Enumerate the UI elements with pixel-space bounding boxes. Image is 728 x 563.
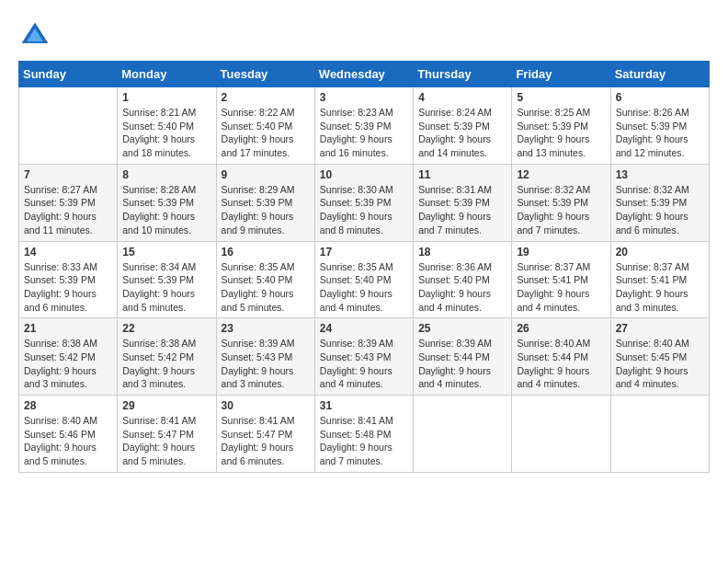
day-number: 16 <box>222 246 310 259</box>
day-info: Sunrise: 8:37 AMSunset: 5:41 PMDaylight:… <box>616 260 704 315</box>
calendar-cell: 5Sunrise: 8:25 AMSunset: 5:39 PMDaylight… <box>512 87 610 165</box>
day-number: 22 <box>122 322 210 335</box>
day-info: Sunrise: 8:22 AMSunset: 5:40 PMDaylight:… <box>222 106 310 160</box>
calendar-cell: 3Sunrise: 8:23 AMSunset: 5:39 PMDaylight… <box>314 87 413 165</box>
calendar-cell: 1Sunrise: 8:21 AMSunset: 5:40 PMDaylight… <box>118 87 216 165</box>
calendar-cell: 4Sunrise: 8:24 AMSunset: 5:39 PMDaylight… <box>414 87 512 165</box>
day-number: 8 <box>122 168 210 181</box>
day-number: 11 <box>418 168 506 181</box>
calendar-cell: 12Sunrise: 8:32 AMSunset: 5:39 PMDayligh… <box>512 164 610 241</box>
day-number: 21 <box>24 322 112 335</box>
day-info: Sunrise: 8:26 AMSunset: 5:39 PMDaylight:… <box>616 106 704 160</box>
calendar-cell: 26Sunrise: 8:40 AMSunset: 5:44 PMDayligh… <box>512 318 610 396</box>
day-info: Sunrise: 8:30 AMSunset: 5:39 PMDaylight:… <box>320 183 408 237</box>
day-info: Sunrise: 8:24 AMSunset: 5:39 PMDaylight:… <box>418 106 506 160</box>
day-number: 9 <box>222 168 310 181</box>
logo-icon <box>18 18 51 52</box>
day-info: Sunrise: 8:27 AMSunset: 5:39 PMDaylight:… <box>24 183 112 237</box>
calendar-cell: 10Sunrise: 8:30 AMSunset: 5:39 PMDayligh… <box>314 164 413 241</box>
day-number: 23 <box>222 322 310 335</box>
calendar-cell: 7Sunrise: 8:27 AMSunset: 5:39 PMDaylight… <box>19 164 118 241</box>
weekday-header-wednesday: Wednesday <box>314 62 413 87</box>
calendar-cell: 24Sunrise: 8:39 AMSunset: 5:43 PMDayligh… <box>314 318 413 396</box>
day-number: 2 <box>222 91 310 104</box>
day-info: Sunrise: 8:40 AMSunset: 5:46 PMDaylight:… <box>24 414 112 468</box>
calendar-cell: 23Sunrise: 8:39 AMSunset: 5:43 PMDayligh… <box>216 318 314 396</box>
day-number: 14 <box>24 246 112 259</box>
day-info: Sunrise: 8:39 AMSunset: 5:43 PMDaylight:… <box>222 337 310 391</box>
calendar-cell: 22Sunrise: 8:38 AMSunset: 5:42 PMDayligh… <box>118 318 216 396</box>
weekday-header-friday: Friday <box>512 62 610 87</box>
calendar-cell: 30Sunrise: 8:41 AMSunset: 5:47 PMDayligh… <box>216 396 314 473</box>
logo <box>18 18 57 52</box>
calendar-cell <box>610 396 709 473</box>
day-info: Sunrise: 8:39 AMSunset: 5:43 PMDaylight:… <box>320 337 408 391</box>
calendar-cell: 6Sunrise: 8:26 AMSunset: 5:39 PMDaylight… <box>610 87 709 165</box>
day-number: 19 <box>517 246 605 259</box>
calendar-cell: 8Sunrise: 8:28 AMSunset: 5:39 PMDaylight… <box>118 164 216 241</box>
calendar-cell: 25Sunrise: 8:39 AMSunset: 5:44 PMDayligh… <box>414 318 512 396</box>
day-info: Sunrise: 8:38 AMSunset: 5:42 PMDaylight:… <box>24 337 112 391</box>
day-number: 15 <box>122 246 210 259</box>
calendar-cell: 31Sunrise: 8:41 AMSunset: 5:48 PMDayligh… <box>314 396 413 473</box>
calendar-cell: 13Sunrise: 8:32 AMSunset: 5:39 PMDayligh… <box>610 164 709 241</box>
day-number: 30 <box>222 399 310 412</box>
day-info: Sunrise: 8:36 AMSunset: 5:40 PMDaylight:… <box>418 260 506 315</box>
weekday-header-saturday: Saturday <box>610 62 709 87</box>
calendar-cell: 29Sunrise: 8:41 AMSunset: 5:47 PMDayligh… <box>118 396 216 473</box>
day-info: Sunrise: 8:23 AMSunset: 5:39 PMDaylight:… <box>320 106 408 160</box>
calendar-table: SundayMondayTuesdayWednesdayThursdayFrid… <box>18 61 710 473</box>
day-info: Sunrise: 8:32 AMSunset: 5:39 PMDaylight:… <box>616 183 704 237</box>
calendar-cell: 2Sunrise: 8:22 AMSunset: 5:40 PMDaylight… <box>216 87 314 165</box>
day-number: 12 <box>517 168 605 181</box>
calendar-cell: 28Sunrise: 8:40 AMSunset: 5:46 PMDayligh… <box>19 396 118 473</box>
calendar-cell <box>512 396 610 473</box>
day-info: Sunrise: 8:41 AMSunset: 5:47 PMDaylight:… <box>222 414 310 468</box>
day-number: 31 <box>320 399 408 412</box>
day-number: 17 <box>320 246 408 259</box>
day-number: 27 <box>616 322 704 335</box>
day-number: 18 <box>418 246 506 259</box>
calendar-week-row: 21Sunrise: 8:38 AMSunset: 5:42 PMDayligh… <box>19 318 710 396</box>
day-number: 4 <box>418 91 506 104</box>
page-header <box>18 18 710 52</box>
day-number: 25 <box>418 322 506 335</box>
calendar-week-row: 7Sunrise: 8:27 AMSunset: 5:39 PMDaylight… <box>19 164 710 241</box>
day-number: 26 <box>517 322 605 335</box>
day-info: Sunrise: 8:37 AMSunset: 5:41 PMDaylight:… <box>517 260 605 315</box>
day-info: Sunrise: 8:31 AMSunset: 5:39 PMDaylight:… <box>418 183 506 237</box>
calendar-cell: 27Sunrise: 8:40 AMSunset: 5:45 PMDayligh… <box>610 318 709 396</box>
day-info: Sunrise: 8:34 AMSunset: 5:39 PMDaylight:… <box>122 260 210 315</box>
calendar-cell: 20Sunrise: 8:37 AMSunset: 5:41 PMDayligh… <box>610 241 709 318</box>
day-number: 13 <box>616 168 704 181</box>
day-info: Sunrise: 8:21 AMSunset: 5:40 PMDaylight:… <box>122 106 210 160</box>
day-info: Sunrise: 8:35 AMSunset: 5:40 PMDaylight:… <box>222 260 310 315</box>
day-info: Sunrise: 8:32 AMSunset: 5:39 PMDaylight:… <box>517 183 605 237</box>
day-number: 24 <box>320 322 408 335</box>
calendar-week-row: 14Sunrise: 8:33 AMSunset: 5:39 PMDayligh… <box>19 241 710 318</box>
day-number: 5 <box>517 91 605 104</box>
calendar-cell: 21Sunrise: 8:38 AMSunset: 5:42 PMDayligh… <box>19 318 118 396</box>
day-info: Sunrise: 8:28 AMSunset: 5:39 PMDaylight:… <box>122 183 210 237</box>
day-info: Sunrise: 8:38 AMSunset: 5:42 PMDaylight:… <box>122 337 210 391</box>
day-info: Sunrise: 8:25 AMSunset: 5:39 PMDaylight:… <box>517 106 605 160</box>
weekday-header-thursday: Thursday <box>414 62 512 87</box>
calendar-cell: 18Sunrise: 8:36 AMSunset: 5:40 PMDayligh… <box>414 241 512 318</box>
calendar-cell: 15Sunrise: 8:34 AMSunset: 5:39 PMDayligh… <box>118 241 216 318</box>
weekday-header-monday: Monday <box>118 62 216 87</box>
day-info: Sunrise: 8:33 AMSunset: 5:39 PMDaylight:… <box>24 260 112 315</box>
day-info: Sunrise: 8:29 AMSunset: 5:39 PMDaylight:… <box>222 183 310 237</box>
calendar-cell: 14Sunrise: 8:33 AMSunset: 5:39 PMDayligh… <box>19 241 118 318</box>
day-number: 20 <box>616 246 704 259</box>
day-info: Sunrise: 8:41 AMSunset: 5:47 PMDaylight:… <box>122 414 210 468</box>
calendar-cell: 17Sunrise: 8:35 AMSunset: 5:40 PMDayligh… <box>314 241 413 318</box>
day-number: 29 <box>122 399 210 412</box>
calendar-cell <box>19 87 118 165</box>
calendar-cell <box>414 396 512 473</box>
calendar-week-row: 1Sunrise: 8:21 AMSunset: 5:40 PMDaylight… <box>19 87 710 165</box>
day-number: 6 <box>616 91 704 104</box>
calendar-cell: 11Sunrise: 8:31 AMSunset: 5:39 PMDayligh… <box>414 164 512 241</box>
day-number: 1 <box>122 91 210 104</box>
weekday-header-sunday: Sunday <box>19 62 118 87</box>
day-info: Sunrise: 8:40 AMSunset: 5:45 PMDaylight:… <box>616 337 704 391</box>
